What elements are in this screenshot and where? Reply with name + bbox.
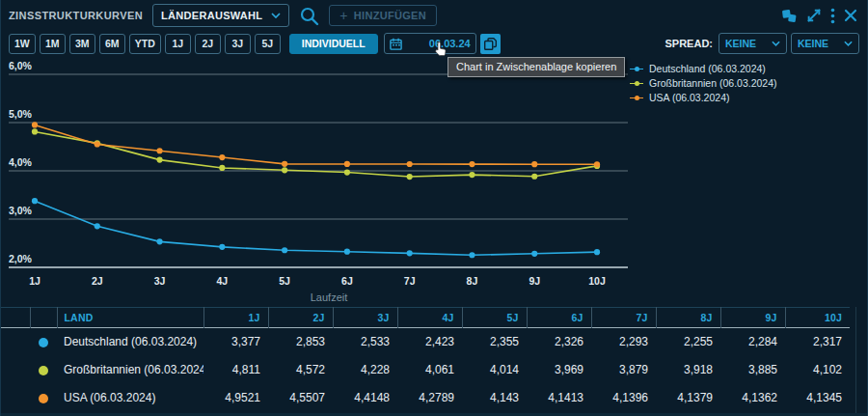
copy-chart-button[interactable]	[480, 34, 501, 54]
data-point[interactable]	[95, 141, 100, 147]
chart-legend: Deutschland (06.03.2024)Großbritannien (…	[630, 62, 777, 104]
spread-select-2[interactable]: KEINE	[791, 33, 859, 54]
value-cell: 3,879	[591, 356, 656, 384]
data-point[interactable]	[407, 250, 413, 256]
value-cell: 4,5507	[268, 384, 333, 412]
header-spacer	[1, 308, 30, 328]
value-cell: 4,811	[203, 356, 268, 384]
row-dot-cell	[30, 356, 57, 384]
range-button-3J[interactable]: 3J	[225, 34, 251, 54]
value-cell: 4,1413	[527, 384, 591, 412]
column-header-8J: 8J	[656, 308, 720, 328]
data-point[interactable]	[469, 161, 475, 167]
value-cell: 4,572	[268, 356, 333, 384]
x-axis-title: Laufzeit	[311, 291, 348, 303]
value-cell: 2,326	[527, 328, 591, 356]
table-row[interactable]: USA (06.03.2024)4,95214,55074,41484,2789…	[1, 384, 850, 412]
legend-item[interactable]: Großbritannien (06.03.2024)	[630, 76, 777, 90]
x-axis-tick-label: 10J	[588, 275, 606, 287]
legend-item[interactable]: USA (06.03.2024)	[630, 91, 777, 104]
data-point[interactable]	[282, 167, 287, 173]
data-point[interactable]	[219, 154, 225, 160]
data-point[interactable]	[469, 172, 475, 178]
value-cell: 4,014	[462, 356, 527, 384]
data-point[interactable]	[95, 223, 100, 229]
column-header-LAND: LAND	[57, 308, 203, 328]
legend-item[interactable]: Deutschland (06.03.2024)	[630, 62, 777, 75]
value-cell: 2,293	[591, 328, 656, 356]
data-point[interactable]	[531, 251, 537, 257]
range-button-1M[interactable]: 1M	[40, 34, 66, 54]
country-select[interactable]: LÄNDERAUSWAHL	[152, 4, 289, 27]
data-point[interactable]	[594, 161, 600, 167]
y-axis-tick-label: 2,0%	[9, 253, 33, 264]
value-cell: 4,1396	[591, 384, 656, 412]
expand-icon[interactable]	[806, 8, 822, 23]
range-button-2J[interactable]: 2J	[195, 34, 221, 54]
row-spacer	[1, 328, 30, 356]
yield-curve-panel: ZINSSTRUKTURKURVEN LÄNDERAUSWAHL + HINZU…	[0, 0, 868, 416]
x-axis-tick-label: 1J	[29, 275, 41, 287]
linked-windows-icon[interactable]	[781, 8, 798, 24]
x-axis-tick-label: 6J	[341, 275, 353, 287]
data-point[interactable]	[469, 252, 475, 258]
data-point[interactable]	[32, 122, 38, 127]
data-point[interactable]	[344, 169, 350, 175]
spread-select-2-value: KEINE	[798, 38, 828, 49]
data-point[interactable]	[282, 161, 287, 167]
data-point[interactable]	[32, 128, 38, 134]
table-row[interactable]: Deutschland (06.03.2024)3,3772,8532,5332…	[1, 328, 850, 356]
date-picker[interactable]: 06.03.24	[384, 33, 476, 54]
data-point[interactable]	[407, 161, 413, 167]
data-point[interactable]	[32, 198, 38, 204]
value-cell: 4,143	[462, 384, 527, 412]
spread-select-1-value: KEINE	[725, 38, 756, 49]
range-button-5J[interactable]: 5J	[255, 34, 281, 54]
data-point[interactable]	[156, 238, 162, 244]
range-button-1J[interactable]: 1J	[165, 34, 191, 54]
kebab-menu-icon[interactable]	[830, 8, 835, 24]
y-axis-tick-label: 4,0%	[9, 156, 33, 168]
search-icon	[299, 6, 319, 26]
data-point[interactable]	[282, 247, 287, 253]
row-spacer	[1, 356, 30, 384]
range-button-1W[interactable]: 1W	[9, 34, 36, 54]
row-dot-cell	[30, 384, 57, 412]
x-axis-tick-label: 3J	[154, 275, 166, 287]
data-point[interactable]	[407, 174, 413, 180]
calendar-icon	[390, 38, 402, 50]
value-cell: 3,969	[527, 356, 591, 384]
individual-range-button[interactable]: INDIVIDUELL	[289, 34, 378, 54]
legend-marker-icon	[630, 80, 643, 86]
table-row[interactable]: Großbritannien (06.03.2024)4,8114,5724,2…	[1, 356, 850, 384]
value-cell: 2,533	[333, 328, 397, 356]
value-cell: 2,853	[268, 328, 333, 356]
close-icon[interactable]	[844, 9, 857, 22]
legend-label: Deutschland (06.03.2024)	[649, 63, 766, 74]
chevron-down-icon	[271, 13, 281, 18]
column-header-4J: 4J	[397, 308, 462, 328]
value-cell: 4,102	[785, 356, 850, 384]
data-point[interactable]	[156, 148, 162, 153]
value-cell: 3,885	[720, 356, 785, 384]
data-point[interactable]	[344, 161, 350, 167]
spread-label: SPREAD:	[665, 38, 713, 49]
value-cell: 2,284	[720, 328, 785, 356]
range-button-YTD[interactable]: YTD	[129, 34, 161, 54]
column-header-7J: 7J	[591, 308, 656, 328]
data-point[interactable]	[344, 249, 350, 255]
data-point[interactable]	[219, 165, 225, 171]
data-point[interactable]	[531, 161, 537, 167]
range-button-6M[interactable]: 6M	[99, 34, 125, 54]
copy-icon	[483, 37, 498, 51]
value-cell: 3,918	[656, 356, 720, 384]
data-point[interactable]	[531, 174, 537, 180]
data-point[interactable]	[594, 249, 600, 255]
data-point[interactable]	[156, 157, 162, 163]
range-button-3M[interactable]: 3M	[69, 34, 95, 54]
data-point[interactable]	[219, 244, 225, 250]
search-button[interactable]	[299, 6, 319, 26]
add-country-button[interactable]: + HINZUFÜGEN	[329, 5, 437, 26]
x-axis-tick-label: 4J	[216, 275, 228, 287]
spread-select-1[interactable]: KEINE	[719, 33, 787, 54]
